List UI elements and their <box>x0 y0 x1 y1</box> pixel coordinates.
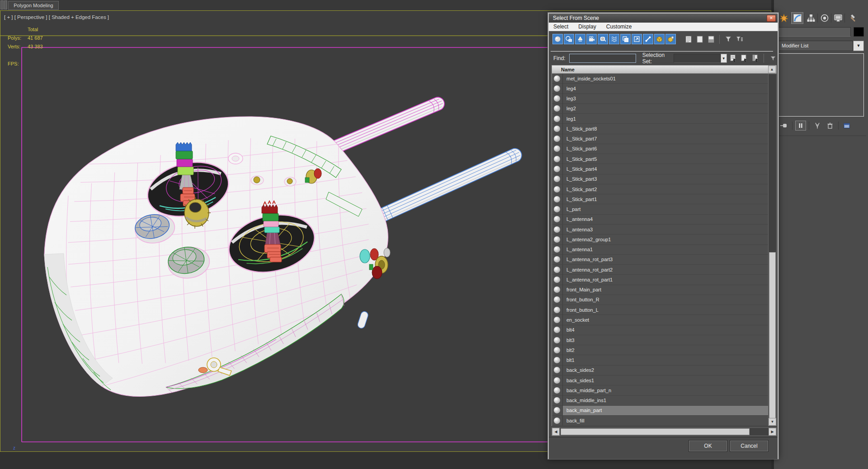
display-cameras-button[interactable] <box>586 34 597 44</box>
menu-customize[interactable]: Customize <box>606 23 632 30</box>
object-name[interactable]: L_part <box>563 204 768 214</box>
list-item[interactable]: front_button_L <box>552 305 768 315</box>
display-space-warps-button[interactable] <box>609 34 619 44</box>
list-item[interactable]: blt4 <box>552 325 768 335</box>
list-item[interactable]: front_Main_part <box>552 285 768 295</box>
list-item[interactable]: en_socket <box>552 315 768 325</box>
close-icon[interactable]: ✕ <box>767 15 776 22</box>
find-input[interactable] <box>569 54 636 63</box>
list-item[interactable]: back_main_part <box>552 406 768 416</box>
object-name[interactable]: leg4 <box>563 84 768 93</box>
object-name[interactable]: back_middle_part_n <box>563 385 768 395</box>
object-name[interactable]: leg1 <box>563 114 768 123</box>
tab-motion[interactable] <box>818 12 830 24</box>
customize-filter-button[interactable] <box>734 34 745 44</box>
display-groups-button[interactable] <box>620 34 631 44</box>
show-end-result-button[interactable] <box>795 121 806 131</box>
antenna-bottom-blue[interactable] <box>375 146 524 224</box>
object-name[interactable]: L_antenna4 <box>563 215 768 224</box>
list-item[interactable]: L_antenna2_group1 <box>552 234 768 244</box>
display-lights-button[interactable] <box>575 34 585 44</box>
display-container-objects-button[interactable] <box>665 34 676 44</box>
object-name[interactable]: L_antenna_rot_part2 <box>563 265 768 274</box>
display-xrefs-button[interactable] <box>632 34 642 44</box>
list-item[interactable]: L_Stick_part7 <box>552 134 768 144</box>
object-name[interactable]: leg3 <box>563 94 768 103</box>
list-item[interactable]: L_Stick_part1 <box>552 194 768 204</box>
configure-modifier-sets-button[interactable] <box>841 121 852 131</box>
object-name[interactable]: L_antenna_rot_part1 <box>563 275 768 284</box>
horizontal-scrollbar[interactable]: ◀ ▶ <box>552 427 777 436</box>
display-containers-button[interactable] <box>654 34 665 44</box>
list-item[interactable]: back_sides1 <box>552 375 768 385</box>
list-item[interactable]: L_part <box>552 204 768 214</box>
object-name[interactable]: blt3 <box>563 335 768 345</box>
modifier-list-arrow[interactable]: ▼ <box>853 41 864 51</box>
object-name[interactable]: en_socket <box>563 315 768 324</box>
list-item[interactable]: L_Stick_part8 <box>552 124 768 134</box>
object-name[interactable]: L_Stick_part4 <box>563 164 768 174</box>
object-name[interactable]: blt2 <box>563 345 768 355</box>
cancel-button[interactable]: Cancel <box>730 441 768 451</box>
object-name[interactable]: met_inside_sockets01 <box>563 74 768 83</box>
object-name[interactable]: back_fill <box>563 416 768 425</box>
object-name[interactable]: L_antenna2_group1 <box>563 234 768 244</box>
object-name-field[interactable] <box>778 27 851 37</box>
modifier-stack-box[interactable] <box>778 53 864 117</box>
list-item[interactable]: back_sides2 <box>552 366 768 375</box>
list-item[interactable]: L_Stick_part2 <box>552 184 768 194</box>
ok-button[interactable]: OK <box>689 441 727 451</box>
scroll-left-button[interactable]: ◀ <box>552 428 560 436</box>
pin-stack-button[interactable] <box>778 121 789 131</box>
object-name[interactable]: L_Stick_part3 <box>563 174 768 184</box>
object-name[interactable]: L_Stick_part8 <box>563 124 768 133</box>
scroll-right-button[interactable]: ▶ <box>769 428 776 436</box>
modifier-list-dropdown[interactable]: Modifier List <box>778 41 853 51</box>
tab-utilities[interactable] <box>845 12 858 24</box>
select-all-button[interactable] <box>729 53 738 63</box>
list-item[interactable]: leg1 <box>552 114 768 124</box>
select-invert-button[interactable] <box>750 53 760 63</box>
object-color-swatch[interactable] <box>854 27 864 37</box>
display-geometry-button[interactable] <box>552 34 563 44</box>
tab-display[interactable] <box>832 12 844 24</box>
list-item[interactable]: back_fill <box>552 416 768 426</box>
list-item[interactable]: L_Stick_part6 <box>552 144 768 154</box>
menu-select[interactable]: Select <box>553 23 568 30</box>
selection-set-dropdown[interactable] <box>674 54 721 63</box>
object-name[interactable]: back_sides2 <box>563 366 768 375</box>
tab-create[interactable] <box>778 12 790 24</box>
object-name[interactable]: blt4 <box>563 325 768 335</box>
tab-hierarchy[interactable] <box>805 12 817 24</box>
object-name[interactable]: back_main_part <box>563 406 768 415</box>
list-item[interactable]: L_antenna4 <box>552 215 768 225</box>
object-name[interactable]: L_Stick_part2 <box>563 184 768 194</box>
object-name[interactable]: L_antenna_rot_part3 <box>563 255 768 264</box>
object-name[interactable]: L_antenna1 <box>563 245 768 254</box>
object-name[interactable]: leg2 <box>563 104 768 113</box>
object-name[interactable]: back_middle_ins1 <box>563 396 768 405</box>
list-item[interactable]: blt3 <box>552 335 768 345</box>
tab-modify[interactable] <box>791 12 803 24</box>
column-name-header[interactable]: Name <box>552 67 768 72</box>
dialog-title-bar[interactable]: Select From Scene ✕ <box>549 14 778 23</box>
vertical-scrollbar[interactable]: ▼ <box>768 74 777 426</box>
controller-body[interactable] <box>44 117 388 396</box>
list-item[interactable]: leg2 <box>552 104 768 114</box>
scroll-down-button[interactable]: ▼ <box>769 418 776 426</box>
list-item[interactable]: blt2 <box>552 345 768 355</box>
list-item[interactable]: L_antenna_rot_part3 <box>552 255 768 265</box>
list-item[interactable]: leg3 <box>552 94 768 104</box>
list-item[interactable]: front_button_R <box>552 295 768 305</box>
selection-set-arrow[interactable]: ▼ <box>721 54 727 63</box>
scroll-up-button[interactable]: ▲ <box>768 66 776 73</box>
display-dependents-button[interactable] <box>706 34 716 44</box>
list-item[interactable]: L_Stick_part5 <box>552 154 768 164</box>
display-helpers-button[interactable] <box>598 34 608 44</box>
object-name[interactable]: L_antenna3 <box>563 225 768 234</box>
list-item[interactable]: L_antenna_rot_part2 <box>552 265 768 275</box>
list-item[interactable]: L_antenna3 <box>552 225 768 234</box>
list-item[interactable]: L_Stick_part3 <box>552 174 768 184</box>
list-column-header[interactable]: Name ▲ <box>552 65 777 74</box>
list-item[interactable]: L_antenna1 <box>552 245 768 255</box>
